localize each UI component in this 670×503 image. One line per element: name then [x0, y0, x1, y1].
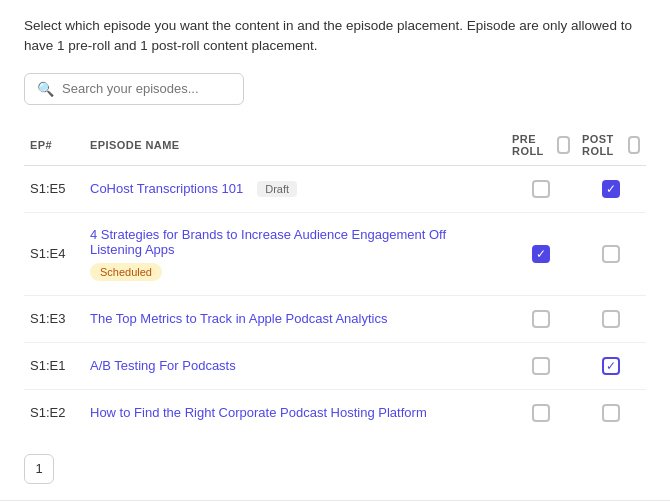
description-text: Select which episode you want the conten… — [24, 16, 646, 57]
pre-roll-cell — [506, 342, 576, 389]
ep-name-link[interactable]: 4 Strategies for Brands to Increase Audi… — [90, 227, 500, 257]
pre-roll-checkbox[interactable] — [532, 357, 550, 375]
ep-name-cell: A/B Testing For Podcasts — [84, 342, 506, 389]
table-row: S1:E44 Strategies for Brands to Increase… — [24, 212, 646, 295]
pre-roll-cell — [506, 295, 576, 342]
ep-number: S1:E1 — [24, 342, 84, 389]
ep-name-link[interactable]: The Top Metrics to Track in Apple Podcas… — [90, 311, 387, 326]
ep-name-cell: 4 Strategies for Brands to Increase Audi… — [84, 212, 506, 295]
ep-name-cell: The Top Metrics to Track in Apple Podcas… — [84, 295, 506, 342]
table-row: S1:E1A/B Testing For Podcasts✓ — [24, 342, 646, 389]
pre-roll-cell — [506, 165, 576, 212]
footer-bar: Save as Draft Create and publish content — [0, 500, 670, 504]
col-header-pre: PRE ROLL — [506, 125, 576, 166]
post-roll-cell: ✓ — [576, 165, 646, 212]
pre-roll-checkbox[interactable] — [532, 404, 550, 422]
main-container: Select which episode you want the conten… — [0, 0, 670, 484]
ep-name-link[interactable]: CoHost Transcriptions 101 — [90, 181, 243, 196]
ep-name-link[interactable]: How to Find the Right Corporate Podcast … — [90, 405, 427, 420]
page-1-button[interactable]: 1 — [24, 454, 54, 484]
pre-roll-checkbox[interactable] — [532, 310, 550, 328]
search-icon: 🔍 — [37, 81, 54, 97]
ep-number: S1:E3 — [24, 295, 84, 342]
pre-roll-checkbox[interactable]: ✓ — [532, 245, 550, 263]
post-roll-header-checkbox[interactable] — [628, 136, 640, 154]
ep-number: S1:E2 — [24, 389, 84, 436]
col-header-ep: EP# — [24, 125, 84, 166]
ep-number: S1:E5 — [24, 165, 84, 212]
ep-number: S1:E4 — [24, 212, 84, 295]
ep-name-link[interactable]: A/B Testing For Podcasts — [90, 358, 236, 373]
post-roll-cell — [576, 295, 646, 342]
post-roll-checkbox[interactable] — [602, 245, 620, 263]
post-roll-checkbox[interactable]: ✓ — [602, 180, 620, 198]
pre-roll-cell — [506, 389, 576, 436]
pre-roll-header-checkbox[interactable] — [557, 136, 570, 154]
col-header-post: POST ROLL — [576, 125, 646, 166]
post-roll-checkbox[interactable] — [602, 404, 620, 422]
ep-name-cell: CoHost Transcriptions 101Draft — [84, 165, 506, 212]
draft-badge: Draft — [257, 181, 297, 197]
table-row: S1:E2How to Find the Right Corporate Pod… — [24, 389, 646, 436]
post-roll-checkbox[interactable]: ✓ — [602, 357, 620, 375]
pre-roll-checkbox[interactable] — [532, 180, 550, 198]
post-roll-cell — [576, 389, 646, 436]
post-roll-cell: ✓ — [576, 342, 646, 389]
ep-name-cell: How to Find the Right Corporate Podcast … — [84, 389, 506, 436]
post-roll-checkbox[interactable] — [602, 310, 620, 328]
scheduled-badge: Scheduled — [90, 263, 162, 281]
episodes-table: EP# EPISODE NAME PRE ROLL POST ROLL S1:E… — [24, 125, 646, 436]
pre-roll-cell: ✓ — [506, 212, 576, 295]
post-roll-cell — [576, 212, 646, 295]
search-input[interactable] — [62, 81, 231, 96]
pagination: 1 — [24, 454, 646, 484]
search-bar[interactable]: 🔍 — [24, 73, 244, 105]
table-row: S1:E3The Top Metrics to Track in Apple P… — [24, 295, 646, 342]
table-row: S1:E5CoHost Transcriptions 101Draft✓ — [24, 165, 646, 212]
col-header-name: EPISODE NAME — [84, 125, 506, 166]
